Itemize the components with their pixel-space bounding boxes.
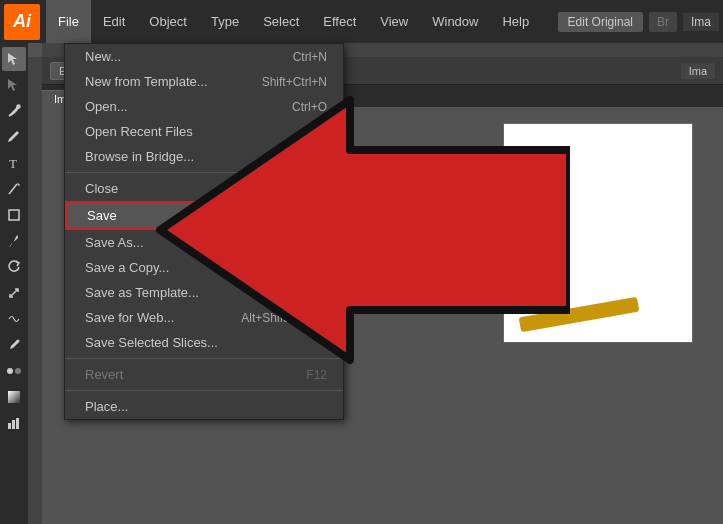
menu-select[interactable]: Select	[251, 0, 311, 43]
sep1	[65, 172, 343, 173]
menu-item-close[interactable]: Close Ctrl+W	[65, 176, 343, 201]
bridge-btn[interactable]: Br	[649, 12, 677, 32]
tool-type[interactable]: T	[2, 151, 26, 175]
submenu-arrow: ▶	[319, 125, 327, 138]
tool-shape[interactable]	[2, 203, 26, 227]
ima-btn: Ima	[681, 63, 715, 79]
menu-item-revert: Revert F12	[65, 362, 343, 387]
tool-select[interactable]	[2, 47, 26, 71]
menu-item-save-copy[interactable]: Save a Copy... Alt+Ctrl+S	[65, 255, 343, 280]
menu-file[interactable]: File	[46, 0, 91, 43]
tool-warp[interactable]	[2, 307, 26, 331]
menu-object[interactable]: Object	[137, 0, 199, 43]
image-tab: Ima	[683, 13, 719, 31]
tool-rotate[interactable]	[2, 255, 26, 279]
menu-item-save-slices[interactable]: Save Selected Slices...	[65, 330, 343, 355]
menu-edit[interactable]: Edit	[91, 0, 137, 43]
sep2	[65, 358, 343, 359]
menu-item-open[interactable]: Open... Ctrl+O	[65, 94, 343, 119]
svg-point-4	[7, 368, 13, 374]
menu-item-new-template[interactable]: New from Template... Shift+Ctrl+N	[65, 69, 343, 94]
svg-point-3	[17, 340, 20, 343]
svg-rect-2	[9, 210, 19, 220]
svg-rect-7	[8, 423, 11, 429]
menu-effect[interactable]: Effect	[311, 0, 368, 43]
menu-item-save-as[interactable]: Save As... Shift+Ctrl+S	[65, 230, 343, 255]
menu-window[interactable]: Window	[420, 0, 490, 43]
edit-original-btn[interactable]: Edit Original	[558, 12, 643, 32]
menu-item-new[interactable]: New... Ctrl+N	[65, 44, 343, 69]
menu-help[interactable]: Help	[490, 0, 541, 43]
tool-column-graph[interactable]	[2, 411, 26, 435]
menu-type[interactable]: Type	[199, 0, 251, 43]
canvas-document	[503, 123, 693, 343]
svg-text:T: T	[9, 156, 17, 171]
svg-rect-6	[8, 391, 20, 403]
tool-eyedropper[interactable]	[2, 333, 26, 357]
tool-gradient[interactable]	[2, 385, 26, 409]
svg-rect-8	[12, 420, 15, 429]
tool-paintbrush[interactable]	[2, 229, 26, 253]
tool-scale[interactable]	[2, 281, 26, 305]
menu-item-save-web[interactable]: Save for Web... Alt+Shift+Ctrl+S	[65, 305, 343, 330]
menu-item-place[interactable]: Place...	[65, 394, 343, 419]
tool-direct-select[interactable]	[2, 73, 26, 97]
menu-item-open-recent[interactable]: Open Recent Files ▶	[65, 119, 343, 144]
tool-blend[interactable]	[2, 359, 26, 383]
tool-pencil[interactable]	[2, 125, 26, 149]
menu-item-browse[interactable]: Browse in Bridge... Alt+Ctrl+O	[65, 144, 343, 169]
menu-item-save[interactable]: Save Ctrl+S	[65, 201, 343, 230]
ruler-vertical	[28, 57, 42, 524]
svg-point-5	[15, 368, 21, 374]
menubar: Ai File Edit Object Type Select Effect V…	[0, 0, 723, 43]
tool-line[interactable]	[2, 177, 26, 201]
app-logo: Ai	[4, 4, 40, 40]
canvas-object	[519, 297, 640, 333]
file-menu: New... Ctrl+N New from Template... Shift…	[64, 43, 344, 420]
toolbar-left: T	[0, 43, 28, 524]
sep3	[65, 390, 343, 391]
menu-view[interactable]: View	[368, 0, 420, 43]
menu-item-save-template[interactable]: Save as Template...	[65, 280, 343, 305]
tool-pen[interactable]	[2, 99, 26, 123]
svg-rect-9	[16, 418, 19, 429]
